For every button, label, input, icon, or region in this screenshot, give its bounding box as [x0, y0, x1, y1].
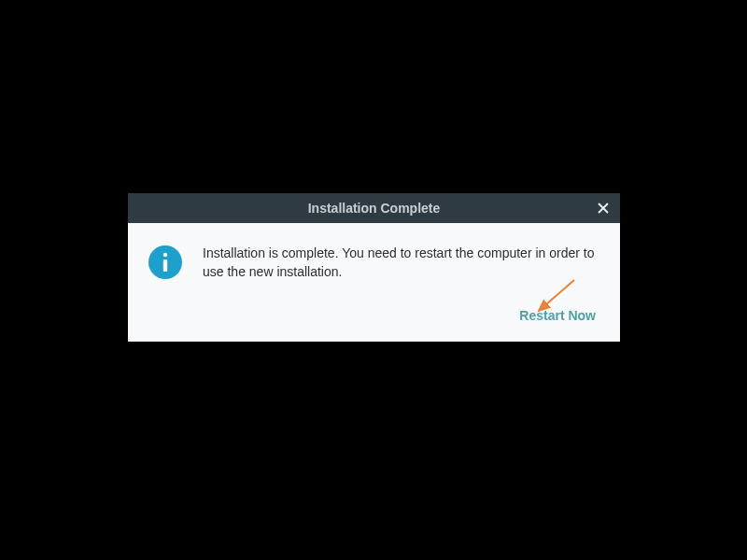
installation-complete-dialog: Installation Complete Installation is co…	[128, 193, 620, 342]
close-button[interactable]	[594, 199, 613, 217]
dialog-body: Installation is complete. You need to re…	[128, 223, 620, 342]
dialog-actions: Restart Now	[203, 306, 599, 325]
dialog-header: Installation Complete	[128, 193, 620, 223]
info-icon	[148, 245, 182, 279]
restart-now-button[interactable]: Restart Now	[515, 306, 599, 325]
svg-rect-3	[163, 259, 167, 272]
dialog-title: Installation Complete	[308, 201, 441, 216]
dialog-content: Installation is complete. You need to re…	[203, 244, 599, 325]
dialog-message: Installation is complete. You need to re…	[203, 244, 599, 282]
close-icon	[598, 203, 609, 214]
svg-point-2	[163, 253, 167, 257]
